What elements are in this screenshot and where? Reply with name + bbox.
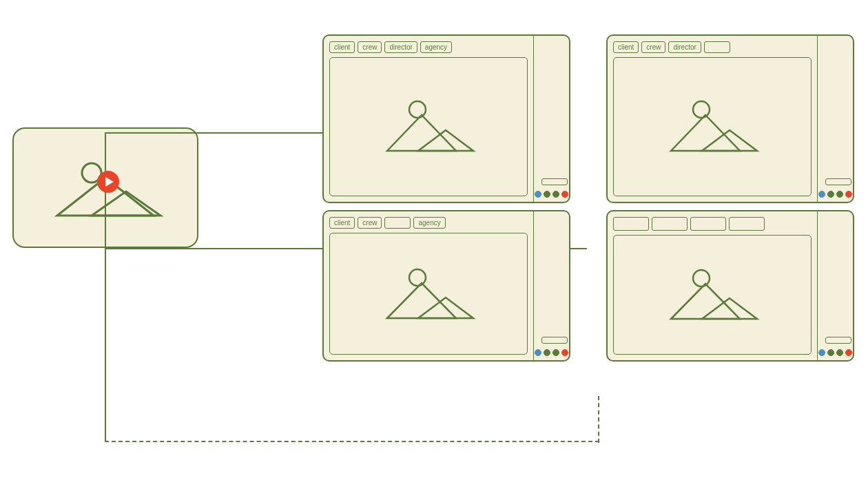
canvas: client crew director agency: [0, 0, 868, 500]
action-icons-br: [818, 349, 853, 356]
svg-marker-10: [387, 283, 456, 318]
image-icon-bl: [373, 260, 484, 329]
svg-point-6: [693, 101, 710, 118]
image-icon-br: [657, 260, 767, 329]
icon-dark-tl[interactable]: [552, 191, 559, 198]
screen-tl-right: [533, 36, 569, 202]
connector-h-to-tl: [105, 132, 333, 134]
tabs-row-br: [613, 217, 812, 231]
tab-client-tr[interactable]: client: [613, 41, 639, 53]
icon-blue-bl[interactable]: [535, 349, 541, 356]
icon-green-tr[interactable]: [827, 191, 834, 198]
tabs-row-tl: client crew director agency: [329, 41, 528, 53]
tab-director-tl[interactable]: director: [384, 41, 417, 53]
tab-agency-bl[interactable]: agency: [413, 217, 445, 229]
icon-green-tl[interactable]: [544, 191, 550, 198]
icon-orange-bl[interactable]: [561, 349, 568, 356]
tab-client-tl[interactable]: client: [329, 41, 355, 53]
scrollbar-tl[interactable]: [541, 178, 568, 185]
content-br: [613, 235, 812, 355]
tab-crew-tl[interactable]: crew: [358, 41, 382, 53]
action-icons-tl: [534, 191, 569, 198]
screen-tr-left: client crew director: [608, 36, 817, 202]
scrollbar-br[interactable]: [825, 337, 851, 344]
tab-box-4-br: [729, 217, 765, 231]
icon-blue-br[interactable]: [818, 349, 825, 356]
icon-green-br[interactable]: [827, 349, 834, 356]
tab-empty-bl: [384, 217, 411, 229]
icon-orange-br[interactable]: [845, 349, 852, 356]
icon-green-bl[interactable]: [544, 349, 550, 356]
screen-top-left: client crew director agency: [322, 34, 570, 203]
icon-blue-tr[interactable]: [818, 191, 825, 198]
connector-dashed-bottom: [105, 441, 599, 442]
screen-br-right: [817, 211, 853, 360]
icon-orange-tr[interactable]: [845, 191, 852, 198]
icon-dark-br[interactable]: [836, 349, 843, 356]
screen-top-right: client crew director: [606, 34, 854, 203]
content-bl: [329, 233, 528, 355]
svg-marker-13: [671, 284, 740, 319]
tab-box-3-br: [690, 217, 726, 231]
svg-point-9: [409, 269, 426, 286]
tab-empty-tr: [704, 41, 730, 53]
icon-dark-tr[interactable]: [836, 191, 843, 198]
tab-box-1-br: [613, 217, 649, 231]
screen-bottom-left: client crew agency: [322, 210, 570, 362]
image-icon-tl: [373, 89, 484, 165]
scrollbar-tr[interactable]: [825, 178, 851, 185]
connector-mobile-down: [105, 248, 106, 441]
screen-br-left: [608, 211, 817, 360]
content-tl: [329, 57, 528, 196]
icon-dark-bl[interactable]: [552, 349, 559, 356]
tabs-row-tr: client crew director: [613, 41, 812, 53]
svg-marker-4: [387, 115, 456, 151]
tab-director-tr[interactable]: director: [668, 41, 701, 53]
screen-bl-right: [533, 211, 569, 360]
svg-marker-7: [671, 115, 740, 151]
action-icons-tr: [818, 191, 853, 198]
content-tr: [613, 57, 812, 196]
screen-tr-right: [817, 36, 853, 202]
svg-point-3: [409, 101, 426, 118]
icon-blue-tl[interactable]: [535, 191, 541, 198]
tab-client-bl[interactable]: client: [329, 217, 355, 229]
action-icons-bl: [534, 349, 569, 356]
connector-dashed-right: [598, 396, 599, 443]
screen-tl-left: client crew director agency: [324, 36, 533, 202]
tab-crew-bl[interactable]: crew: [358, 217, 382, 229]
tabs-row-bl: client crew agency: [329, 217, 528, 229]
svg-point-12: [693, 270, 710, 287]
screen-bottom-right: [606, 210, 854, 362]
scrollbar-bl[interactable]: [541, 337, 568, 344]
tab-box-2-br: [652, 217, 688, 231]
icon-orange-tl[interactable]: [561, 191, 568, 198]
screen-bl-left: client crew agency: [324, 211, 533, 360]
image-icon-tr: [657, 89, 767, 165]
play-button[interactable]: [97, 171, 119, 193]
tab-crew-tr[interactable]: crew: [641, 41, 665, 53]
tab-agency-tl[interactable]: agency: [420, 41, 452, 53]
